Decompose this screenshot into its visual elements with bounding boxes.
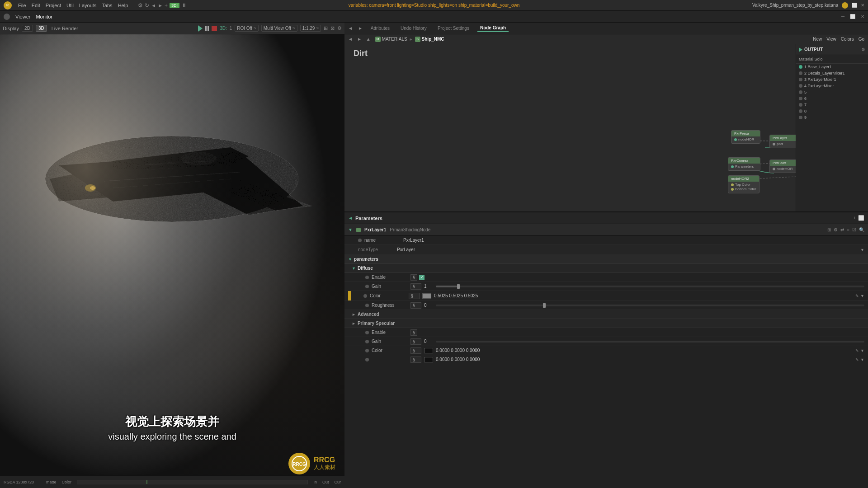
btn-3d[interactable]: 3D	[36, 25, 47, 32]
params-section-header[interactable]: ▼ parameters	[344, 255, 868, 264]
gain-slider[interactable]	[436, 286, 864, 287]
ps-enable-field[interactable]: §	[410, 329, 417, 336]
render-stop-btn[interactable]	[212, 26, 217, 31]
param-name-value[interactable]: PxrLayer1	[403, 238, 864, 243]
params-check-icon[interactable]: ☑	[852, 227, 856, 232]
advanced-toggle[interactable]: ►	[352, 312, 356, 317]
output-item-5[interactable]: 5	[796, 89, 868, 95]
nav-fwd-btn[interactable]: ►	[357, 37, 362, 42]
output-settings-icon[interactable]: ⚙	[861, 47, 865, 52]
output-item-3[interactable]: 3 PxrLayerMixer1	[796, 76, 868, 83]
nodetype-dropdown[interactable]: ▼	[860, 248, 864, 252]
close-icon[interactable]: ✕	[861, 3, 864, 8]
ps-color2-swatch[interactable]	[424, 357, 433, 362]
output-item-9[interactable]: 9	[796, 114, 868, 121]
minimize-icon[interactable]: ─	[841, 14, 844, 19]
output-item-1[interactable]: 1 Base_Layer1	[796, 64, 868, 70]
menu-edit[interactable]: Edit	[32, 3, 40, 8]
ps-color-edit[interactable]: ✎	[855, 348, 859, 353]
advanced-section-header[interactable]: ► Advanced	[344, 310, 868, 319]
ps-color2-edit[interactable]: ✎	[855, 357, 859, 362]
close-btn[interactable]: ✕	[861, 14, 864, 19]
render-pause-btn[interactable]	[205, 26, 209, 31]
crop-icon[interactable]: ⊠	[330, 25, 335, 31]
ng-menu-colors[interactable]: Colors	[841, 37, 854, 42]
enable-checkbox[interactable]: ✓	[419, 275, 425, 280]
primary-specular-toggle[interactable]: ►	[352, 321, 356, 326]
gear-icon[interactable]: ⚙	[138, 2, 143, 9]
output-item-7[interactable]: 7	[796, 102, 868, 108]
color-values[interactable]: 0.5025 0.5025 0.5025	[434, 293, 478, 298]
node-pxrconrex[interactable]: PxrConrex Parameters	[728, 157, 760, 171]
ps-color2-values[interactable]: 0.0000 0.0000 0.0000	[436, 357, 480, 362]
zoom-fit-icon[interactable]: ⊞	[324, 25, 328, 31]
settings-icon[interactable]: ⚙	[337, 25, 342, 31]
tab-project-settings[interactable]: Project Settings	[435, 25, 472, 32]
breadcrumb-ship[interactable]: S Ship_NMC	[415, 37, 444, 42]
node-graph-canvas[interactable]: Dirt PxrPresa	[344, 44, 868, 211]
node-pxrpresa[interactable]: PxrPresa nodeHOR	[731, 130, 760, 144]
menu-help[interactable]: Help	[118, 3, 128, 8]
ps-gain-field[interactable]: §	[410, 338, 421, 345]
diffuse-section-header[interactable]: ▼ Diffuse	[344, 264, 868, 273]
ps-color-menu[interactable]: ▼	[860, 348, 864, 353]
refresh-icon[interactable]: ↻	[145, 2, 149, 9]
monitor-label[interactable]: Monitor	[36, 14, 52, 19]
primary-specular-header[interactable]: ► Primary Specular	[344, 319, 868, 328]
menu-tabs[interactable]: Tabs	[102, 3, 112, 8]
params-gear-icon[interactable]: ⚙	[834, 227, 838, 232]
timeline-track[interactable]	[77, 480, 308, 484]
roughness-slider[interactable]	[436, 305, 864, 306]
roughness-field[interactable]: §	[410, 302, 421, 309]
tab-node-graph[interactable]: Node Graph	[477, 24, 509, 32]
output-item-4[interactable]: 4 PxrLayerMixer	[796, 83, 868, 89]
tab-undo-history[interactable]: Undo History	[398, 25, 429, 32]
output-expand-icon[interactable]	[799, 47, 802, 52]
render-start-btn[interactable]	[198, 25, 203, 32]
menu-util[interactable]: Util	[66, 3, 74, 8]
breadcrumb-materials[interactable]: M MATERIALS	[375, 37, 407, 42]
params-link-icon[interactable]: ⊞	[827, 227, 831, 232]
params-node-toggle[interactable]: ▼	[348, 227, 353, 232]
diffuse-toggle[interactable]: ▼	[352, 266, 356, 271]
menu-layouts[interactable]: Layouts	[79, 3, 97, 8]
params-expand-icon[interactable]: ⬜	[858, 215, 864, 221]
ps-color2-menu[interactable]: ▼	[860, 357, 864, 362]
ratio-btn[interactable]: 1:1.29 ~	[300, 25, 321, 32]
node-topcolor[interactable]: nodeHOR2 Top Color Bottom Color	[728, 175, 760, 193]
gain-value[interactable]: 1	[424, 284, 433, 289]
ps-color-values[interactable]: 0.0000 0.0000 0.0000	[436, 348, 480, 353]
menu-file[interactable]: File	[18, 3, 26, 8]
output-item-2[interactable]: 2 Decals_LayerMixer1	[796, 70, 868, 76]
params-circle-icon[interactable]: ○	[847, 227, 849, 232]
gain-field[interactable]: §	[410, 283, 421, 290]
params-arrows-icon[interactable]: ⇄	[840, 227, 844, 232]
color-edit-icon[interactable]: ✎	[855, 294, 859, 298]
collapse-btn[interactable]: ◄	[348, 26, 353, 31]
ps-color-swatch[interactable]	[424, 348, 433, 353]
ng-menu-go[interactable]: Go	[859, 37, 864, 42]
expand-btn[interactable]: ►	[358, 26, 363, 31]
output-item-8[interactable]: 8	[796, 108, 868, 114]
params-search-icon[interactable]: 🔍	[859, 227, 864, 232]
params-add-icon[interactable]: +	[854, 215, 856, 221]
color-menu-icon[interactable]: ▼	[860, 294, 864, 298]
roi-btn[interactable]: ROI Off ~	[235, 25, 258, 32]
btn-2d[interactable]: 2D	[22, 25, 33, 32]
color-field[interactable]: §	[409, 293, 420, 299]
roughness-value[interactable]: 0	[424, 303, 433, 308]
ps-color2-field[interactable]: §	[410, 357, 421, 363]
nav-up-btn[interactable]: ▲	[366, 37, 371, 42]
ng-menu-view[interactable]: View	[826, 37, 836, 42]
ps-color-field[interactable]: §	[410, 347, 421, 354]
nodetype-value[interactable]: PxrLayer	[397, 247, 415, 252]
ng-menu-new[interactable]: New	[813, 37, 822, 42]
nav-back-btn[interactable]: ◄	[348, 37, 353, 42]
color-swatch[interactable]	[422, 293, 431, 299]
ps-gain-slider[interactable]	[436, 341, 864, 343]
forward-icon[interactable]: ►	[158, 3, 163, 8]
ps-gain-value[interactable]: 0	[424, 339, 433, 344]
enable-field[interactable]: §	[410, 274, 417, 281]
params-collapse-btn[interactable]: ◄	[348, 216, 353, 221]
render-viewport[interactable]	[0, 34, 344, 478]
